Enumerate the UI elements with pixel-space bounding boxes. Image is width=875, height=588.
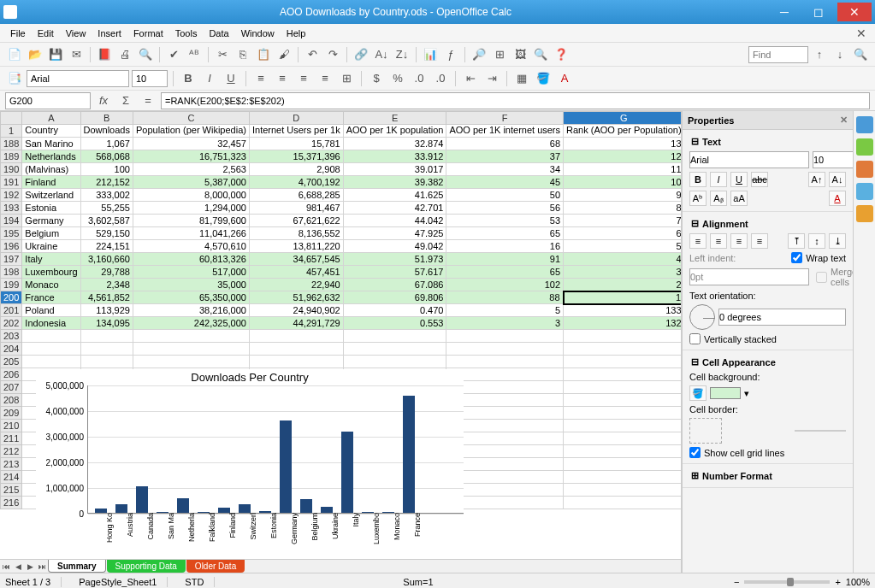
halign-right-icon[interactable]: ≡: [730, 233, 748, 249]
gallery-icon[interactable]: 🖼: [511, 45, 529, 64]
find-all-icon[interactable]: 🔍: [851, 45, 870, 64]
menu-format[interactable]: Format: [128, 26, 168, 40]
sort-asc-icon[interactable]: A↓: [372, 45, 391, 64]
formula-input[interactable]: [161, 92, 870, 109]
align-center-icon[interactable]: ≡: [273, 69, 292, 88]
cut-icon[interactable]: ✂: [213, 45, 232, 64]
panel-underline-icon[interactable]: U: [730, 172, 748, 187]
equals-icon[interactable]: =: [139, 91, 157, 110]
tab-prev-icon[interactable]: ◀: [12, 561, 24, 573]
decimal-add-icon[interactable]: .0: [410, 69, 429, 88]
indent-input[interactable]: [689, 268, 809, 285]
brush-icon[interactable]: 🖌: [275, 45, 293, 64]
decimal-remove-icon[interactable]: .0: [431, 69, 450, 88]
tab-summary[interactable]: Summary: [48, 560, 106, 573]
sum-icon[interactable]: Σ: [116, 91, 135, 110]
tab-first-icon[interactable]: ⏮: [0, 561, 12, 573]
font-name-select[interactable]: [27, 70, 129, 87]
halign-justify-icon[interactable]: ≡: [751, 233, 768, 249]
halign-center-icon[interactable]: ≡: [710, 233, 727, 249]
navigator-dock-icon[interactable]: [856, 183, 873, 200]
align-justify-icon[interactable]: ≡: [316, 69, 334, 88]
valign-bot-icon[interactable]: ⤓: [829, 233, 846, 249]
border-style-select[interactable]: [795, 430, 846, 432]
menu-tools[interactable]: Tools: [170, 26, 203, 40]
pdf-icon[interactable]: 📕: [95, 45, 114, 64]
percent-icon[interactable]: %: [388, 69, 407, 88]
text-section[interactable]: ⊟ Text: [688, 133, 848, 150]
tab-supporting[interactable]: Supporting Data: [107, 560, 186, 573]
paste-icon[interactable]: 📋: [254, 45, 273, 64]
currency-icon[interactable]: $: [367, 69, 386, 88]
email-icon[interactable]: ✉: [67, 45, 86, 64]
panel-grow-icon[interactable]: A↑: [808, 172, 825, 187]
tab-last-icon[interactable]: ⏭: [36, 561, 48, 573]
help-icon[interactable]: ❓: [552, 45, 571, 64]
link-icon[interactable]: 🔗: [352, 45, 370, 64]
fx-icon[interactable]: fx: [94, 91, 113, 110]
panel-fontcolor-icon[interactable]: A: [829, 191, 846, 206]
indent-inc-icon[interactable]: ⇥: [482, 69, 501, 88]
vstack-checkbox[interactable]: Vertically stacked: [689, 333, 777, 344]
halign-left-icon[interactable]: ≡: [689, 233, 707, 249]
menu-data[interactable]: Data: [204, 26, 234, 40]
chart-icon[interactable]: 📊: [421, 45, 440, 64]
tab-older[interactable]: Older Data: [186, 560, 245, 573]
autospell-icon[interactable]: ᴬᴮ: [185, 45, 204, 64]
cellapp-section[interactable]: ⊟ Cell Appearance: [688, 354, 848, 370]
bold-icon[interactable]: B: [179, 69, 198, 88]
orientation-select[interactable]: [718, 309, 846, 326]
undo-icon[interactable]: ↶: [303, 45, 322, 64]
menu-help[interactable]: Help: [281, 26, 311, 40]
menu-insert[interactable]: Insert: [92, 26, 127, 40]
panel-bold-icon[interactable]: B: [689, 172, 707, 187]
cell-reference-input[interactable]: [5, 92, 91, 109]
properties-dock-icon[interactable]: [856, 116, 873, 133]
gridlines-checkbox[interactable]: Show cell grid lines: [689, 447, 784, 458]
panel-case-icon[interactable]: aA: [730, 191, 748, 206]
wrap-checkbox[interactable]: Wrap text: [791, 252, 846, 263]
tab-next-icon[interactable]: ▶: [24, 561, 36, 573]
function-icon[interactable]: ƒ: [441, 45, 460, 64]
zoom-icon[interactable]: 🔍: [531, 45, 550, 64]
zoom-slider[interactable]: [744, 580, 830, 584]
save-icon[interactable]: 💾: [46, 45, 65, 64]
underline-icon[interactable]: U: [222, 69, 240, 88]
zoom-out-icon[interactable]: −: [734, 577, 739, 587]
print-icon[interactable]: 🖨: [115, 45, 134, 64]
italic-icon[interactable]: I: [200, 69, 219, 88]
copy-icon[interactable]: ⎘: [234, 45, 252, 64]
gallery-dock-icon[interactable]: [856, 161, 873, 178]
fontcolor-icon[interactable]: A: [555, 69, 574, 88]
maximize-button[interactable]: ◻: [801, 3, 836, 21]
navigator-icon[interactable]: ⊞: [490, 45, 509, 64]
menu-edit[interactable]: Edit: [33, 26, 59, 40]
bgcolor-picker[interactable]: 🪣: [689, 385, 707, 401]
find-icon[interactable]: 🔎: [470, 45, 488, 64]
valign-mid-icon[interactable]: ↕: [808, 233, 825, 249]
new-icon[interactable]: 📄: [5, 45, 24, 64]
panel-shrink-icon[interactable]: A↓: [829, 172, 846, 187]
panel-close-icon[interactable]: ✕: [840, 115, 848, 126]
menu-file[interactable]: File: [5, 26, 31, 40]
functions-dock-icon[interactable]: [856, 205, 873, 222]
spell-icon[interactable]: ✔: [164, 45, 183, 64]
bg-swatch[interactable]: [710, 387, 741, 399]
open-icon[interactable]: 📂: [26, 45, 44, 64]
borders-icon[interactable]: ▦: [512, 69, 531, 88]
close-button[interactable]: ✕: [837, 3, 872, 21]
panel-font-select[interactable]: [689, 151, 809, 168]
panel-italic-icon[interactable]: I: [710, 172, 727, 187]
font-size-select[interactable]: [132, 70, 168, 87]
menu-window[interactable]: Window: [236, 26, 280, 40]
find-input[interactable]: [748, 46, 808, 63]
redo-icon[interactable]: ↷: [323, 45, 342, 64]
bgcolor-icon[interactable]: 🪣: [534, 69, 553, 88]
valign-top-icon[interactable]: ⤒: [788, 233, 805, 249]
indent-dec-icon[interactable]: ⇤: [461, 69, 480, 88]
number-section[interactable]: ⊞ Number Format: [688, 467, 848, 484]
styles-icon[interactable]: 📑: [5, 69, 24, 88]
minimize-button[interactable]: ─: [767, 3, 801, 21]
close-doc-icon[interactable]: ✕: [851, 25, 870, 42]
find-next-icon[interactable]: ↓: [831, 45, 849, 64]
